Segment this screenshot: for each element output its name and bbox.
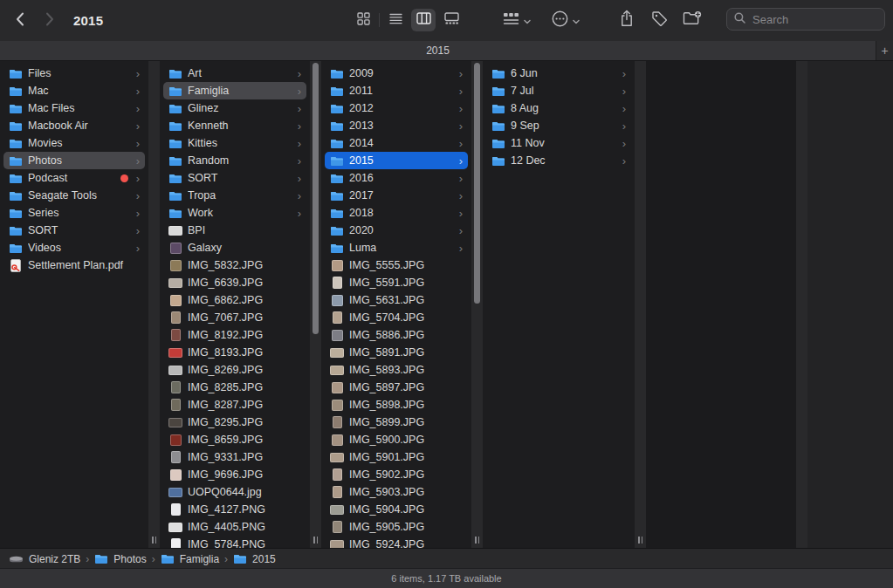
folder-row[interactable]: Mac Files›	[3, 99, 145, 117]
file-row[interactable]: IMG_5903.JPG	[325, 483, 468, 501]
icon-view-button[interactable]	[351, 9, 375, 31]
column-view-button[interactable]	[411, 9, 436, 31]
folder-row[interactable]: Movies›	[3, 134, 145, 152]
file-row[interactable]: IMG_4127.PNG	[163, 501, 306, 518]
file-row[interactable]: IMG_5902.JPG	[325, 466, 468, 483]
file-row[interactable]: IMG_8287.JPG	[163, 396, 306, 414]
folder-row[interactable]: 2011›	[325, 82, 468, 99]
file-row[interactable]: IMG_6862.JPG	[163, 291, 306, 309]
folder-row[interactable]: 7 Jul›	[486, 82, 631, 99]
folder-row[interactable]: Luma›	[325, 239, 468, 256]
folder-row[interactable]: Seagate Tools›	[3, 187, 145, 204]
file-row[interactable]: Settlement Plan.pdf	[3, 256, 145, 274]
back-button[interactable]	[9, 10, 31, 32]
column-resize-handle[interactable]	[473, 537, 481, 544]
column-resize-handle[interactable]	[636, 537, 644, 544]
folder-row[interactable]: Kenneth›	[163, 117, 306, 134]
new-folder-button[interactable]	[683, 6, 702, 34]
folder-row[interactable]: 2014›	[325, 134, 468, 152]
file-row[interactable]: IMG_6639.JPG	[163, 274, 306, 291]
file-row[interactable]: IMG_8192.JPG	[163, 326, 306, 344]
forward-button[interactable]	[38, 10, 61, 32]
file-row[interactable]: IMG_8285.JPG	[163, 379, 306, 396]
folder-row[interactable]: Series›	[3, 204, 145, 222]
folder-row[interactable]: 2012›	[325, 99, 468, 117]
folder-row[interactable]: 2015›	[325, 152, 468, 169]
column-resize-handle[interactable]	[150, 537, 158, 544]
folder-row[interactable]: Tropa›	[163, 187, 306, 204]
file-row[interactable]: IMG_5591.JPG	[325, 274, 468, 291]
column-resize-handle[interactable]	[312, 537, 319, 544]
folder-row[interactable]: 2018›	[325, 204, 468, 222]
file-row[interactable]: IMG_5832.JPG	[163, 256, 306, 274]
list-view-button[interactable]	[383, 9, 408, 31]
folder-row[interactable]: 2017›	[325, 187, 468, 204]
folder-row[interactable]: Mac›	[3, 82, 145, 99]
tab-2015[interactable]: 2015	[0, 41, 876, 60]
more-options-button[interactable]	[552, 6, 580, 34]
file-row[interactable]: IMG_5924.JPG	[325, 536, 468, 548]
group-button[interactable]	[503, 6, 531, 34]
file-row[interactable]: IMG_5897.JPG	[325, 379, 468, 396]
new-tab-button[interactable]: +	[876, 41, 893, 60]
folder-row[interactable]: Art›	[163, 65, 306, 82]
folder-row[interactable]: 2013›	[325, 117, 468, 134]
path-item[interactable]: 2015	[233, 553, 276, 565]
file-row[interactable]: IMG_5901.JPG	[325, 448, 468, 466]
file-row[interactable]: IMG_8295.JPG	[163, 414, 306, 431]
file-row[interactable]: BPI	[163, 222, 306, 239]
folder-row[interactable]: 6 Jun›	[486, 65, 631, 82]
file-row[interactable]: IMG_5555.JPG	[325, 256, 468, 274]
file-row[interactable]: IMG_8269.JPG	[163, 361, 306, 379]
file-row[interactable]: IMG_5904.JPG	[325, 501, 468, 518]
folder-row[interactable]: 2009›	[325, 65, 468, 82]
folder-row[interactable]: 2020›	[325, 222, 468, 239]
folder-row[interactable]: 9 Sep›	[486, 117, 631, 134]
share-button[interactable]	[620, 6, 634, 34]
gallery-view-button[interactable]	[439, 9, 464, 31]
file-row[interactable]: IMG_8193.JPG	[163, 344, 306, 361]
folder-row[interactable]: Macbook Air›	[3, 117, 145, 134]
folder-row[interactable]: Podcast›	[3, 169, 145, 187]
file-row[interactable]: IMG_5704.JPG	[325, 309, 468, 326]
file-row[interactable]: IMG_9331.JPG	[163, 448, 306, 466]
path-item[interactable]: Famiglia	[161, 553, 219, 565]
search-input[interactable]	[751, 12, 877, 27]
file-row[interactable]: IMG_5899.JPG	[325, 414, 468, 431]
folder-row[interactable]: SORT›	[163, 169, 306, 187]
folder-row[interactable]: Random›	[163, 152, 306, 169]
folder-icon	[329, 243, 345, 254]
file-row[interactable]: IMG_9696.JPG	[163, 466, 306, 483]
folder-row[interactable]: Famiglia›	[163, 82, 306, 99]
folder-row[interactable]: Kitties›	[163, 134, 306, 152]
file-row[interactable]: IMG_5784.PNG	[163, 536, 306, 548]
file-row[interactable]: IMG_5905.JPG	[325, 518, 468, 536]
folder-row[interactable]: 8 Aug›	[486, 99, 631, 117]
folder-row[interactable]: 2016›	[325, 169, 468, 187]
file-row[interactable]: UOPQ0644.jpg	[163, 483, 306, 501]
file-row[interactable]: IMG_5900.JPG	[325, 431, 468, 448]
folder-row[interactable]: Work›	[163, 204, 306, 222]
file-row[interactable]: Galaxy	[163, 239, 306, 256]
file-row[interactable]: IMG_5893.JPG	[325, 361, 468, 379]
path-item[interactable]: Photos	[94, 553, 146, 565]
folder-row[interactable]: Files›	[3, 65, 145, 82]
path-item[interactable]: Gleniz 2TB	[9, 553, 80, 565]
search-field[interactable]	[726, 8, 885, 31]
file-row[interactable]: IMG_8659.JPG	[163, 431, 306, 448]
scrollbar-thumb[interactable]	[313, 63, 319, 334]
tag-button[interactable]	[651, 6, 668, 34]
file-row[interactable]: IMG_5898.JPG	[325, 396, 468, 414]
file-row[interactable]: IMG_5891.JPG	[325, 344, 468, 361]
file-row[interactable]: IMG_7067.JPG	[163, 309, 306, 326]
file-row[interactable]: IMG_4405.PNG	[163, 518, 306, 536]
folder-row[interactable]: Photos›	[3, 152, 145, 169]
folder-row[interactable]: 11 Nov›	[486, 134, 631, 152]
file-row[interactable]: IMG_5886.JPG	[325, 326, 468, 344]
folder-row[interactable]: Videos›	[3, 239, 145, 256]
folder-row[interactable]: SORT›	[3, 222, 145, 239]
scrollbar-thumb[interactable]	[474, 63, 480, 304]
file-row[interactable]: IMG_5631.JPG	[325, 291, 468, 309]
folder-row[interactable]: Glinez›	[163, 99, 306, 117]
folder-row[interactable]: 12 Dec›	[486, 152, 631, 169]
